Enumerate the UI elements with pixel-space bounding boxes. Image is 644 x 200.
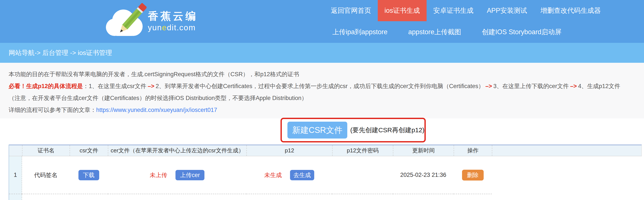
nav-item-app-install-test[interactable]: APP安装测试 — [480, 0, 534, 21]
certificate-table: 证书名 csr文件 cer文件（在苹果开发者中心上传左边的csr文件生成） p1… — [9, 145, 642, 200]
header-index — [9, 145, 22, 156]
nav-item-home[interactable]: 返回官网首页 — [324, 0, 378, 21]
download-csr-button[interactable]: 下载 — [78, 170, 99, 180]
intro-line-4: 详细的流程可以参考下面的文章：https://www.yunedit.com/x… — [9, 104, 635, 116]
p12-status-text: 未生成 — [264, 171, 282, 179]
secondary-nav-row: 上传ipa到appstore appstore上传截图 创建IOS Storyb… — [332, 21, 562, 43]
header-cert-name: 证书名 — [22, 145, 70, 156]
cell-cert-name: 代码签名 — [22, 156, 70, 194]
nav-item-crud-code-generator[interactable]: 增删查改代码生成器 — [534, 0, 608, 21]
cell-updated-time: 2025-02-23 21:36 — [393, 156, 454, 194]
cer-status-text: 未上传 — [150, 171, 167, 179]
logo-title: 香蕉云编 — [148, 10, 198, 23]
header-updated-time: 更新时间 — [393, 145, 454, 156]
intro-line-2: 必看！生成p12的具体流程是：1、在这里生成csr文件–>2、到苹果开发者中心创… — [9, 80, 635, 92]
intro-line-1: 本功能的目的在于帮助没有苹果电脑的开发者，生成.certSigningReque… — [9, 68, 635, 80]
logo-text: 香蕉云编 yunedit.com — [148, 10, 198, 33]
cell-cer-file: 未上传 上传cer — [108, 156, 246, 194]
logo-domain: yunedit.com — [148, 23, 198, 33]
intro-section: 本功能的目的在于帮助没有苹果电脑的开发者，生成.certSigningReque… — [0, 63, 644, 118]
table-row: 1 代码签名 下载 未上传 上传cer 未生成 去生成 2025-02-23 2… — [9, 156, 642, 194]
generate-p12-button[interactable]: 去生成 — [290, 170, 314, 180]
create-csr-highlight-box: 新建CSR文件 (要先创建CSR再创建p12) — [280, 118, 426, 142]
create-csr-button[interactable]: 新建CSR文件 — [288, 122, 347, 138]
cell-row-index: 1 — [9, 156, 22, 194]
cell-actions: 删除 — [454, 156, 492, 194]
cell-p12-password — [332, 156, 393, 194]
tutorial-link[interactable]: https://www.yunedit.com/xueyuan/jx/iosce… — [96, 107, 217, 113]
breadcrumb: 网站导航-> 后台管理 -> ios证书管理 — [0, 43, 644, 63]
table-header-row: 证书名 csr文件 cer文件（在苹果开发者中心上传左边的csr文件生成） p1… — [9, 145, 642, 156]
upload-cer-button[interactable]: 上传cer — [176, 170, 204, 180]
intro-line-3: （注意，在开发者平台生成cer文件（建Certificates）的时候选择iOS… — [9, 92, 635, 104]
header-actions: 操作 — [454, 145, 492, 156]
breadcrumb-text: 网站导航-> 后台管理 -> ios证书管理 — [9, 49, 112, 57]
delete-button[interactable]: 删除 — [462, 170, 484, 180]
nav-item-android-cert[interactable]: 安卓证书生成 — [426, 0, 480, 21]
main-nav-row: 返回官网首页 ios证书生成 安卓证书生成 APP安装测试 增删查改代码生成器 — [324, 0, 608, 21]
top-navigation-bar: 香蕉云编 yunedit.com 返回官网首页 ios证书生成 安卓证书生成 A… — [0, 0, 644, 43]
header-spacer — [492, 145, 642, 156]
create-csr-hint: (要先创建CSR再创建p12) — [350, 126, 424, 135]
next-row-index-cell — [9, 194, 22, 200]
cell-spacer — [492, 156, 642, 194]
cell-csr-file: 下载 — [70, 156, 108, 194]
article-ref-label: 详细的流程可以参考下面的文章： — [9, 107, 96, 113]
nav-item-storyboard-launchscreen[interactable]: 创建IOS Storyboard启动屏 — [482, 28, 562, 37]
nav-item-ios-cert[interactable]: ios证书生成 — [378, 0, 426, 21]
cell-p12: 未生成 去生成 — [246, 156, 332, 194]
nav-item-appstore-screenshots[interactable]: appstore上传截图 — [408, 28, 461, 37]
header-p12-password: p12文件密码 — [332, 145, 393, 156]
site-logo[interactable]: 香蕉云编 yunedit.com — [101, 2, 198, 41]
header-cer-file: cer文件（在苹果开发者中心上传左边的csr文件生成） — [108, 145, 246, 156]
header-csr-file: csr文件 — [70, 145, 108, 156]
nav-item-upload-ipa[interactable]: 上传ipa到appstore — [332, 28, 388, 37]
header-p12: p12 — [246, 145, 332, 156]
cloud-pencil-logo-icon — [101, 3, 146, 40]
next-row-stub — [9, 194, 642, 200]
